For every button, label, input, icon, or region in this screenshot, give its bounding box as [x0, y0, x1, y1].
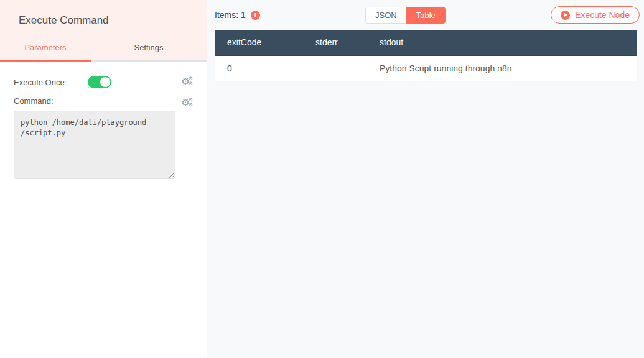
result-table: exitCode stderr stdout 0 Python Script r…: [215, 30, 637, 81]
column-header-stderr[interactable]: stderr: [303, 30, 367, 55]
execute-once-label: Execute Once:: [14, 78, 67, 87]
column-header-exitcode[interactable]: exitCode: [215, 30, 303, 55]
column-header-stdout[interactable]: stdout: [367, 30, 637, 55]
execute-node-button-label: Execute Node: [575, 10, 630, 20]
table-view-button[interactable]: Table: [406, 7, 446, 24]
cell-stderr: [303, 55, 367, 81]
tab-parameters[interactable]: Parameters: [0, 37, 91, 62]
gear-icon-small-group: ⚙ ⚙: [189, 98, 193, 108]
execute-node-button[interactable]: Execute Node: [551, 6, 640, 24]
items-count-label: Items: 1: [215, 10, 246, 20]
info-icon[interactable]: i: [251, 11, 260, 20]
command-row: Command: python /home/dali/playground /s…: [14, 96, 193, 179]
items-group: Items: 1 i: [215, 10, 260, 20]
gear-icon-small: ⚙: [189, 81, 193, 86]
node-title: Execute Command: [0, 0, 207, 37]
execute-once-toggle[interactable]: [88, 76, 111, 88]
toggle-knob: [100, 77, 110, 87]
output-panel: Items: 1 i JSON Table Execute Node exitC…: [207, 0, 644, 358]
node-settings-panel: Execute Command Parameters Settings Exec…: [0, 0, 207, 358]
json-view-button[interactable]: JSON: [365, 7, 406, 24]
gear-icon[interactable]: ⚙ ⚙ ⚙: [181, 76, 193, 86]
gear-icon-small-group: ⚙ ⚙: [189, 76, 193, 86]
parameters-form: Execute Once: ⚙ ⚙ ⚙ Command: python /hom…: [0, 62, 207, 179]
table-row: 0 Python Script running through n8n: [215, 55, 637, 81]
command-input[interactable]: python /home/dali/playground /script.py: [14, 111, 175, 179]
play-icon: [561, 11, 570, 20]
output-topbar: Items: 1 i JSON Table Execute Node: [207, 0, 644, 30]
command-label: Command:: [14, 96, 193, 106]
node-header: Execute Command Parameters Settings: [0, 0, 207, 62]
execute-once-row: Execute Once: ⚙ ⚙ ⚙: [14, 75, 193, 89]
tab-settings[interactable]: Settings: [91, 37, 207, 62]
command-input-wrap: python /home/dali/playground /script.py: [14, 111, 175, 179]
node-tabs: Parameters Settings: [0, 37, 207, 62]
result-table-wrap: exitCode stderr stdout 0 Python Script r…: [215, 30, 637, 81]
table-header-row: exitCode stderr stdout: [215, 30, 637, 55]
cell-exitcode: 0: [215, 55, 303, 81]
gear-icon[interactable]: ⚙ ⚙ ⚙: [181, 98, 193, 108]
cell-stdout: Python Script running through n8n: [367, 55, 637, 81]
view-mode-toggle: JSON Table: [365, 7, 446, 24]
gear-icon-small: ⚙: [189, 103, 193, 108]
